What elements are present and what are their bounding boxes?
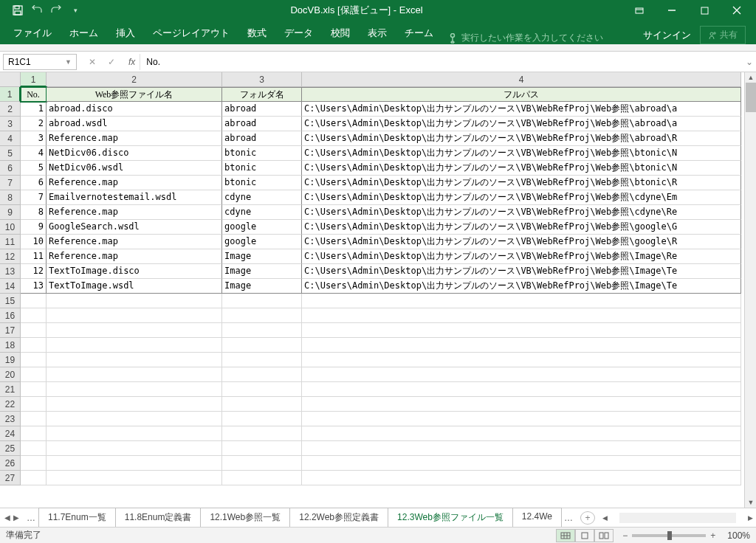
table-header-cell[interactable]: フルパス	[302, 87, 741, 102]
table-cell[interactable]: C:\Users\Admin\Desktop\出力サンプルのソース\VB\Web…	[302, 176, 741, 190]
row-header[interactable]: 15	[0, 294, 21, 308]
row-header[interactable]: 8	[0, 190, 21, 205]
qat-customize-button[interactable]: ▾	[66, 1, 84, 19]
empty-cell[interactable]	[21, 367, 47, 382]
sheet-more-left[interactable]: …	[24, 513, 38, 523]
empty-cell[interactable]	[47, 323, 222, 338]
table-cell[interactable]: 5	[21, 161, 47, 176]
table-cell[interactable]: C:\Users\Admin\Desktop\出力サンプルのソース\VB\Web…	[302, 279, 741, 294]
maximize-button[interactable]	[688, 0, 721, 21]
table-cell[interactable]: Image	[222, 249, 302, 264]
table-cell[interactable]: abroad	[222, 117, 302, 131]
sheet-nav-first[interactable]: ◀	[4, 513, 10, 522]
table-cell[interactable]: google	[222, 235, 302, 249]
normal-view-button[interactable]	[556, 529, 575, 542]
table-cell[interactable]: C:\Users\Admin\Desktop\出力サンプルのソース\VB\Web…	[302, 220, 741, 235]
name-box-dropdown-icon[interactable]: ▼	[65, 58, 72, 66]
tab-review[interactable]: 校閲	[322, 22, 359, 44]
cancel-formula-button[interactable]: ✕	[84, 54, 100, 70]
row-header[interactable]: 5	[0, 146, 21, 161]
table-cell[interactable]: 4	[21, 146, 47, 161]
column-header[interactable]: 3	[222, 72, 302, 87]
table-cell[interactable]: GoogleSearch.wsdl	[47, 220, 222, 235]
empty-cell[interactable]	[21, 456, 47, 471]
empty-cell[interactable]	[21, 338, 47, 353]
zoom-in-button[interactable]: +	[710, 530, 715, 541]
table-cell[interactable]: Image	[222, 279, 302, 294]
table-cell[interactable]: 7	[21, 190, 47, 205]
empty-cell[interactable]	[222, 441, 302, 456]
empty-cell[interactable]	[47, 456, 222, 471]
empty-cell[interactable]	[222, 412, 302, 426]
column-header[interactable]: 1	[21, 72, 47, 87]
table-cell[interactable]: abroad	[222, 131, 302, 146]
page-layout-view-button[interactable]	[575, 529, 594, 542]
table-cell[interactable]: C:\Users\Admin\Desktop\出力サンプルのソース\VB\Web…	[302, 117, 741, 131]
tab-formulas[interactable]: 数式	[238, 22, 275, 44]
empty-cell[interactable]	[222, 338, 302, 353]
table-cell[interactable]: C:\Users\Admin\Desktop\出力サンプルのソース\VB\Web…	[302, 264, 741, 279]
tab-team[interactable]: チーム	[396, 22, 442, 44]
scroll-down-icon[interactable]: ▼	[746, 497, 756, 508]
empty-cell[interactable]	[222, 294, 302, 308]
empty-cell[interactable]	[47, 412, 222, 426]
empty-cell[interactable]	[47, 441, 222, 456]
empty-cell[interactable]	[222, 367, 302, 382]
row-header[interactable]: 12	[0, 249, 21, 264]
empty-cell[interactable]	[302, 441, 741, 456]
tab-insert[interactable]: 挿入	[107, 22, 144, 44]
tab-file[interactable]: ファイル	[4, 22, 61, 44]
empty-cell[interactable]	[222, 353, 302, 367]
table-cell[interactable]: Reference.map	[47, 205, 222, 220]
row-header[interactable]: 18	[0, 338, 21, 353]
row-header[interactable]: 10	[0, 220, 21, 235]
row-header[interactable]: 22	[0, 397, 21, 412]
enter-formula-button[interactable]: ✓	[103, 54, 120, 70]
empty-cell[interactable]	[47, 367, 222, 382]
table-cell[interactable]: 9	[21, 220, 47, 235]
row-header[interactable]: 6	[0, 161, 21, 176]
table-cell[interactable]: C:\Users\Admin\Desktop\出力サンプルのソース\VB\Web…	[302, 190, 741, 205]
table-header-cell[interactable]: Web参照ファイル名	[47, 87, 222, 102]
table-cell[interactable]: C:\Users\Admin\Desktop\出力サンプルのソース\VB\Web…	[302, 205, 741, 220]
empty-cell[interactable]	[21, 441, 47, 456]
table-cell[interactable]: C:\Users\Admin\Desktop\出力サンプルのソース\VB\Web…	[302, 235, 741, 249]
table-cell[interactable]: C:\Users\Admin\Desktop\出力サンプルのソース\VB\Web…	[302, 249, 741, 264]
empty-cell[interactable]	[47, 308, 222, 323]
tab-data[interactable]: データ	[275, 22, 322, 44]
table-cell[interactable]: C:\Users\Admin\Desktop\出力サンプルのソース\VB\Web…	[302, 161, 741, 176]
table-cell[interactable]: 12	[21, 264, 47, 279]
table-cell[interactable]: Reference.map	[47, 249, 222, 264]
tell-me-search[interactable]: 実行したい作業を入力してください	[448, 32, 603, 44]
empty-cell[interactable]	[47, 338, 222, 353]
table-cell[interactable]: 10	[21, 235, 47, 249]
empty-cell[interactable]	[21, 323, 47, 338]
name-box[interactable]: R1C1 ▼	[3, 54, 77, 70]
zoom-slider-thumb[interactable]	[667, 531, 672, 540]
row-header[interactable]: 19	[0, 353, 21, 367]
empty-cell[interactable]	[222, 323, 302, 338]
table-cell[interactable]: btonic	[222, 176, 302, 190]
sheet-tab[interactable]: 12.4We	[512, 508, 562, 528]
empty-cell[interactable]	[302, 367, 741, 382]
empty-cell[interactable]	[302, 426, 741, 441]
row-header[interactable]: 14	[0, 279, 21, 294]
empty-cell[interactable]	[302, 338, 741, 353]
save-button[interactable]	[9, 1, 27, 19]
empty-cell[interactable]	[302, 353, 741, 367]
table-cell[interactable]: C:\Users\Admin\Desktop\出力サンプルのソース\VB\Web…	[302, 146, 741, 161]
empty-cell[interactable]	[222, 397, 302, 412]
table-cell[interactable]: Reference.map	[47, 235, 222, 249]
table-cell[interactable]: 13	[21, 279, 47, 294]
empty-cell[interactable]	[222, 471, 302, 485]
empty-cell[interactable]	[47, 471, 222, 485]
scroll-up-icon[interactable]: ▲	[746, 72, 756, 83]
cells-area[interactable]: No.Web参照ファイル名フォルダ名フルパス1abroad.discoabroa…	[21, 87, 741, 485]
table-cell[interactable]: cdyne	[222, 205, 302, 220]
empty-cell[interactable]	[47, 426, 222, 441]
empty-cell[interactable]	[302, 382, 741, 397]
empty-cell[interactable]	[21, 308, 47, 323]
undo-button[interactable]	[28, 1, 46, 19]
empty-cell[interactable]	[302, 471, 741, 485]
hscroll-right-icon[interactable]: ▶	[748, 514, 753, 522]
